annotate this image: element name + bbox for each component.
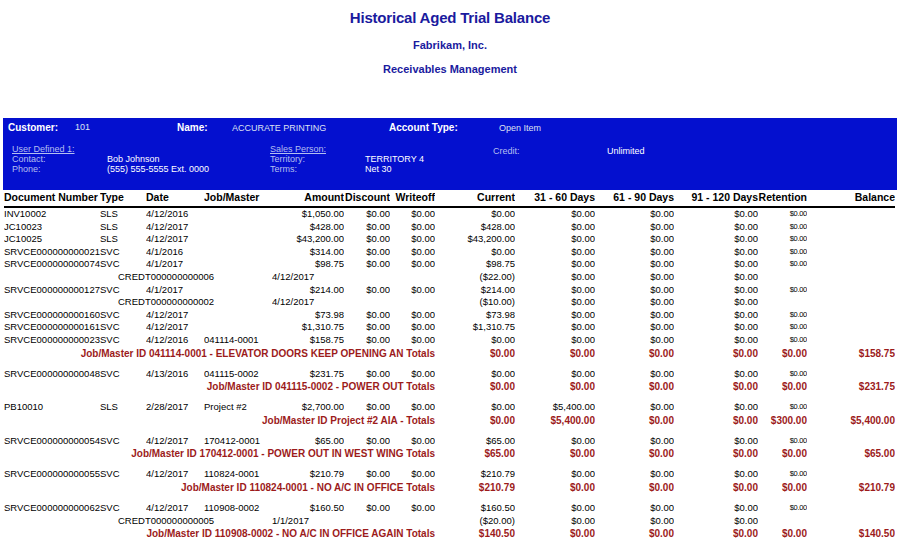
totals-balance: $231.75 <box>807 380 895 393</box>
terms-label: Terms: <box>270 164 297 174</box>
cell-61-90-days: $0.00 <box>595 401 674 414</box>
cell-discount: $0.00 <box>344 502 390 515</box>
totals-31-60-days: $0.00 <box>515 447 595 460</box>
cell-date: 4/1/2017 <box>146 284 204 297</box>
spacer-cell <box>4 427 895 435</box>
cell-writeoff: $0.00 <box>390 468 435 481</box>
cell-job-master: 041114-0001 <box>204 334 272 347</box>
totals-retention: $0.00 <box>758 481 807 494</box>
cell-writeoff: $0.00 <box>390 321 435 334</box>
cell-amount: $160.50 <box>272 502 344 515</box>
cell-amount: $1,310.75 <box>272 321 344 334</box>
customer-label: Customer: <box>8 122 58 133</box>
cell-balance <box>807 221 895 234</box>
cell-type: SVC <box>100 368 146 381</box>
cell-document-number: INV10002 <box>4 207 100 221</box>
cell-retention <box>758 296 807 309</box>
cell-amount: $43,200.00 <box>272 233 344 246</box>
cell-writeoff: $0.00 <box>390 221 435 234</box>
cell-current: $0.00 <box>435 401 515 414</box>
cell-document-number: SRVCE000000000021 <box>4 246 100 259</box>
totals-balance: $210.79 <box>807 481 895 494</box>
cell-job-master: 041115-0002 <box>204 368 272 381</box>
totals-91-120-days: $0.00 <box>674 447 758 460</box>
cell-job-master: 110824-0001 <box>204 468 272 481</box>
cell-current: $43,200.00 <box>435 233 515 246</box>
cell-61-90-days: $0.00 <box>595 368 674 381</box>
sales-person-label: Sales Person: <box>270 144 326 154</box>
cell-date: 4/12/2017 <box>146 309 204 322</box>
totals-retention: $300.00 <box>758 414 807 427</box>
totals-balance: $65.00 <box>807 447 895 460</box>
cell-retention: $0.00 <box>758 207 807 221</box>
account-type-value: Open Item <box>499 123 541 133</box>
cell-document-number: SRVCE000000000160 <box>4 309 100 322</box>
cell-type: SVC <box>100 468 146 481</box>
cell-61-90-days: $0.00 <box>595 284 674 297</box>
module-name: Receivables Management <box>0 63 900 75</box>
totals-91-120-days: $0.00 <box>674 380 758 393</box>
cell-61-90-days: $0.00 <box>595 246 674 259</box>
cell-balance <box>807 296 895 309</box>
cell-91-120-days: $0.00 <box>674 233 758 246</box>
totals-91-120-days: $0.00 <box>674 347 758 360</box>
cell-31-60-days: $0.00 <box>515 233 595 246</box>
totals-label: Job/Master ID Project #2 AIA - Totals <box>4 414 435 427</box>
cell-61-90-days: $0.00 <box>595 233 674 246</box>
document-row: INV10002SLS4/12/2016$1,050.00$0.00$0.00$… <box>4 207 895 221</box>
cell-writeoff <box>390 271 435 284</box>
cell-balance <box>807 309 895 322</box>
col-header-document-number: Document Number <box>4 191 100 207</box>
cell-retention: $0.00 <box>758 468 807 481</box>
cell-91-120-days: $0.00 <box>674 271 758 284</box>
col-header-date: Date <box>146 191 204 207</box>
cell-91-120-days: $0.00 <box>674 207 758 221</box>
cell-writeoff: $0.00 <box>390 435 435 448</box>
cell-91-120-days: $0.00 <box>674 309 758 322</box>
cell-writeoff: $0.00 <box>390 246 435 259</box>
cell-date: 4/12/2017 <box>146 221 204 234</box>
cell-balance <box>807 284 895 297</box>
cell-91-120-days: $0.00 <box>674 221 758 234</box>
cell-balance <box>807 468 895 481</box>
cell-document-number: SRVCE000000000023 <box>4 334 100 347</box>
cell-writeoff: $0.00 <box>390 258 435 271</box>
spacer-row <box>4 427 895 435</box>
cell-current: ($22.00) <box>435 271 515 284</box>
totals-label: Job/Master ID 041115-0002 - POWER OUT To… <box>4 380 435 393</box>
cell-current: $73.98 <box>435 309 515 322</box>
cell-document-number: PB10010 <box>4 401 100 414</box>
cell-type: SLS <box>100 233 146 246</box>
cell-job-master <box>204 321 272 334</box>
cell-credit-date: 4/12/2017 <box>272 296 344 309</box>
cell-writeoff: $0.00 <box>390 502 435 515</box>
totals-label: Job/Master ID 170412-0001 - POWER OUT IN… <box>4 447 435 460</box>
spacer-row <box>4 393 895 401</box>
document-row: SRVCE000000000023SVC4/12/2016041114-0001… <box>4 334 895 347</box>
cell-31-60-days: $0.00 <box>515 321 595 334</box>
customer-name: ACCURATE PRINTING <box>232 123 326 133</box>
cell-date: 4/12/2016 <box>146 207 204 221</box>
job-master-totals-row: Job/Master ID 110824-0001 - NO A/C IN OF… <box>4 481 895 494</box>
totals-61-90-days: $0.00 <box>595 481 674 494</box>
document-row: PB10010SLS2/28/2017Project #2$2,700.00$0… <box>4 401 895 414</box>
cell-discount: $0.00 <box>344 207 390 221</box>
cell-amount: $1,050.00 <box>272 207 344 221</box>
cell-31-60-days: $0.00 <box>515 207 595 221</box>
cell-discount: $0.00 <box>344 334 390 347</box>
cell-91-120-days: $0.00 <box>674 284 758 297</box>
cell-61-90-days: $0.00 <box>595 515 674 528</box>
totals-retention: $0.00 <box>758 347 807 360</box>
col-header-31-60-days: 31 - 60 Days <box>515 191 595 207</box>
cell-job-master <box>204 258 272 271</box>
cell-writeoff <box>390 515 435 528</box>
cell-31-60-days: $0.00 <box>515 502 595 515</box>
cell-current: $214.00 <box>435 284 515 297</box>
totals-label: Job/Master ID 110824-0001 - NO A/C IN OF… <box>4 481 435 494</box>
cell-current: $210.79 <box>435 468 515 481</box>
totals-current: $0.00 <box>435 380 515 393</box>
col-header-writeoff: Writeoff <box>390 191 435 207</box>
cell-discount: $0.00 <box>344 401 390 414</box>
totals-current: $0.00 <box>435 414 515 427</box>
cell-amount: $73.98 <box>272 309 344 322</box>
